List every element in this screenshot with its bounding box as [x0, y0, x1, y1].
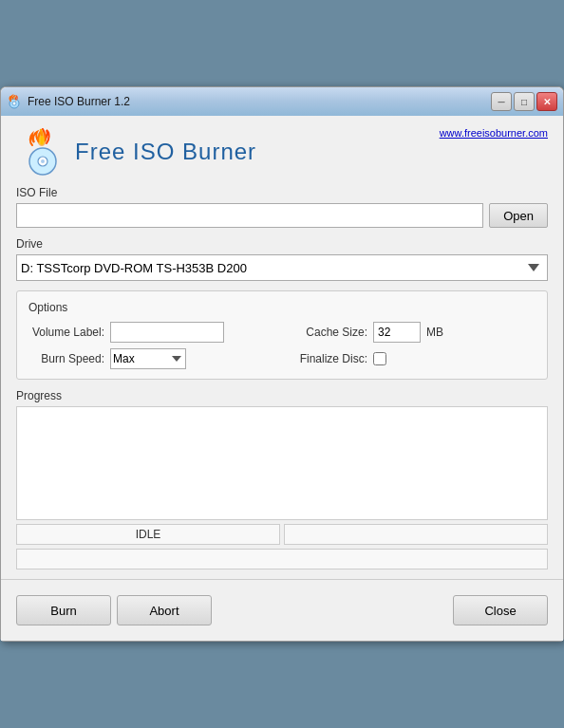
app-logo: Free ISO Burner: [16, 127, 256, 177]
finalize-disc-row: Finalize Disc:: [291, 348, 536, 369]
cache-size-input[interactable]: [373, 322, 421, 343]
progress-bar-full: [16, 549, 548, 569]
progress-section: Progress IDLE: [16, 389, 548, 569]
content-area: Free ISO Burner www.freeisoburner.com IS…: [1, 116, 563, 641]
bottom-left-buttons: Burn Abort: [16, 595, 212, 625]
drive-label: Drive: [16, 237, 548, 251]
drive-select[interactable]: D: TSSTcorp DVD-ROM TS-H353B D200: [16, 254, 548, 281]
progress-title: Progress: [16, 389, 548, 402]
cache-mb-unit: MB: [426, 326, 443, 339]
drive-section: Drive D: TSSTcorp DVD-ROM TS-H353B D200: [16, 237, 548, 281]
iso-file-section: ISO File Open: [16, 186, 548, 228]
volume-label-row: Volume Label:: [28, 322, 273, 343]
svg-point-4: [41, 159, 45, 163]
progress-status-row: IDLE: [16, 524, 548, 545]
svg-point-1: [12, 102, 16, 105]
svg-point-6: [39, 136, 45, 145]
volume-label-text: Volume Label:: [28, 326, 104, 339]
window-title: Free ISO Burner 1.2: [28, 95, 130, 108]
app-icon: [7, 94, 22, 109]
minimize-button[interactable]: ─: [491, 92, 512, 111]
volume-label-input[interactable]: [110, 322, 224, 343]
close-button[interactable]: Close: [453, 595, 548, 625]
burn-button[interactable]: Burn: [16, 595, 111, 625]
app-title: Free ISO Burner: [75, 139, 256, 165]
burn-speed-label: Burn Speed:: [28, 352, 104, 365]
burn-speed-select[interactable]: Max 1x 2x 4x 8x 16x: [110, 348, 186, 369]
iso-file-input[interactable]: [16, 203, 483, 228]
finalize-disc-checkbox[interactable]: [373, 352, 386, 365]
bottom-buttons: Burn Abort Close: [16, 588, 548, 629]
progress-bar: [284, 524, 548, 545]
website-link[interactable]: www.freeisoburner.com: [440, 127, 548, 139]
cache-size-row: Cache Size: MB: [291, 322, 536, 343]
title-bar-controls: ─ □ ✕: [491, 92, 557, 111]
close-title-button[interactable]: ✕: [536, 92, 557, 111]
finalize-disc-label: Finalize Disc:: [291, 352, 367, 365]
burn-speed-row: Burn Speed: Max 1x 2x 4x 8x 16x: [28, 348, 273, 369]
cache-size-label: Cache Size:: [291, 326, 367, 339]
progress-log-box: [16, 406, 548, 520]
abort-button[interactable]: Abort: [117, 595, 212, 625]
main-window: Free ISO Burner 1.2 ─ □ ✕: [0, 86, 564, 642]
options-title: Options: [28, 301, 536, 314]
title-bar: Free ISO Burner 1.2 ─ □ ✕: [1, 87, 563, 116]
maximize-button[interactable]: □: [514, 92, 535, 111]
iso-file-label: ISO File: [16, 186, 548, 199]
header-section: Free ISO Burner www.freeisoburner.com: [16, 127, 548, 177]
options-section: Options Volume Label: Cache Size: MB Bur…: [16, 290, 548, 380]
logo-icon: [16, 127, 66, 177]
separator: [1, 579, 563, 580]
iso-file-row: Open: [16, 203, 548, 228]
open-button[interactable]: Open: [489, 203, 548, 228]
title-bar-left: Free ISO Burner 1.2: [7, 94, 130, 109]
progress-status-text: IDLE: [16, 524, 280, 545]
options-grid: Volume Label: Cache Size: MB Burn Speed:…: [28, 322, 536, 369]
